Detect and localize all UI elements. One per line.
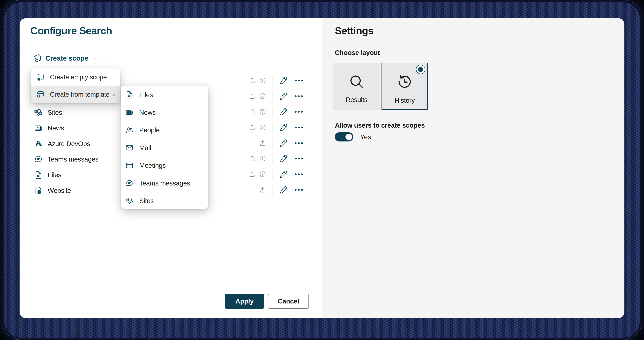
create-scope-icon (33, 54, 42, 63)
upload-icon[interactable] (259, 139, 266, 148)
create-empty-scope-icon (36, 73, 45, 82)
upload-icon[interactable] (248, 155, 256, 163)
allow-users-label: Allow users to create scopes (335, 122, 425, 129)
divider (272, 76, 273, 86)
calendar-icon (125, 161, 134, 170)
upload-icon[interactable] (248, 124, 256, 132)
layout-option-label: History (382, 97, 427, 104)
menu-item-create-empty-scope[interactable]: Create empty scope (31, 68, 120, 86)
edit-icon[interactable] (279, 170, 288, 179)
divider (272, 107, 273, 117)
upload-icon[interactable] (248, 92, 256, 100)
edit-icon[interactable] (279, 154, 288, 163)
more-icon[interactable] (292, 155, 306, 163)
people-icon (125, 126, 134, 134)
svg-text:S: S (126, 199, 128, 201)
edit-icon[interactable] (279, 186, 288, 194)
file-icon (34, 170, 43, 180)
more-icon[interactable] (292, 139, 306, 148)
chevron-down-icon (92, 55, 98, 61)
layout-options: Results History (334, 62, 428, 110)
sharepoint-icon: S (34, 108, 43, 117)
settings-title: Settings (335, 25, 374, 36)
edit-icon[interactable] (279, 76, 288, 85)
azure-devops-icon (34, 139, 43, 148)
page-title: Configure Search (30, 25, 112, 36)
chat-icon (125, 179, 134, 188)
divider (272, 91, 273, 102)
mail-icon (125, 144, 134, 152)
scope-list-item[interactable]: Azure DevOps (34, 138, 90, 150)
submenu-item-people[interactable]: People (121, 122, 208, 138)
file-icon (125, 90, 134, 99)
scope-label: Azure DevOps (48, 140, 90, 148)
choose-layout-label: Choose layout (335, 49, 380, 56)
create-scope-label: Create scope (45, 54, 88, 62)
layout-option-history[interactable]: History (382, 62, 428, 110)
chevron-right-icon (111, 92, 117, 97)
chat-icon (34, 155, 43, 164)
submenu-item-label: Meetings (139, 162, 166, 169)
scope-label: Sites (48, 109, 62, 116)
divider (272, 122, 273, 133)
edit-icon[interactable] (279, 124, 288, 132)
submenu-item-mail[interactable]: Mail (121, 140, 208, 156)
scope-list-item[interactable]: Website (34, 185, 71, 196)
info-icon[interactable] (259, 171, 266, 178)
divider (272, 154, 273, 164)
upload-icon[interactable] (248, 108, 256, 116)
layout-option-results[interactable]: Results (334, 62, 380, 110)
submenu-item-teams-messages[interactable]: Teams messages (121, 175, 208, 191)
allow-users-toggle[interactable] (335, 132, 353, 142)
news-icon (125, 108, 134, 117)
submenu-item-label: People (139, 126, 160, 134)
submenu-item-label: Mail (139, 144, 151, 152)
scope-list-item[interactable]: Teams messages (34, 154, 98, 165)
app-window: Configure Search Create scope (20, 18, 624, 318)
submenu-item-sites[interactable]: S Sites (121, 193, 208, 209)
sharepoint-icon: S (125, 196, 134, 205)
upload-icon[interactable] (259, 186, 266, 194)
more-icon[interactable] (292, 186, 306, 194)
scope-label: Teams messages (48, 156, 98, 163)
divider (272, 169, 273, 180)
edit-icon[interactable] (279, 92, 288, 101)
cancel-button[interactable]: Cancel (268, 294, 309, 309)
scope-list-item[interactable]: Files (34, 169, 61, 180)
toggle-knob (346, 134, 352, 140)
submenu-item-news[interactable]: News (121, 104, 208, 120)
info-icon[interactable] (259, 108, 266, 116)
create-from-template-submenu: Files News People (121, 86, 208, 209)
divider (272, 138, 273, 149)
submenu-item-label: Sites (139, 197, 154, 205)
submenu-item-files[interactable]: Files (121, 87, 208, 103)
more-icon[interactable] (292, 77, 306, 85)
submenu-item-meetings[interactable]: Meetings (121, 157, 208, 174)
info-icon[interactable] (259, 124, 266, 132)
scope-label: Website (48, 187, 71, 194)
toggle-value-label: Yes (360, 133, 371, 141)
menu-item-label: Create from template (50, 91, 110, 98)
apply-button[interactable]: Apply (225, 294, 264, 309)
create-from-template-icon (36, 90, 45, 99)
allow-users-toggle-row: Yes (335, 132, 371, 142)
divider (272, 185, 273, 196)
edit-icon[interactable] (279, 139, 288, 148)
create-scope-button[interactable]: Create scope (33, 53, 98, 63)
scope-list-item[interactable]: S Sites (34, 107, 62, 118)
more-icon[interactable] (292, 92, 306, 100)
more-icon[interactable] (292, 108, 306, 116)
upload-icon[interactable] (248, 170, 256, 179)
info-icon[interactable] (259, 92, 266, 100)
upload-icon[interactable] (248, 77, 256, 85)
more-icon[interactable] (292, 170, 306, 179)
menu-item-label: Create empty scope (50, 74, 107, 81)
edit-icon[interactable] (279, 108, 288, 116)
search-icon (348, 73, 365, 90)
menu-item-create-from-template[interactable]: Create from template (31, 86, 120, 103)
info-icon[interactable] (259, 155, 266, 163)
info-icon[interactable] (259, 77, 266, 85)
submenu-item-label: Teams messages (139, 180, 190, 187)
more-icon[interactable] (292, 124, 306, 132)
scope-list-item[interactable]: News (34, 122, 64, 134)
